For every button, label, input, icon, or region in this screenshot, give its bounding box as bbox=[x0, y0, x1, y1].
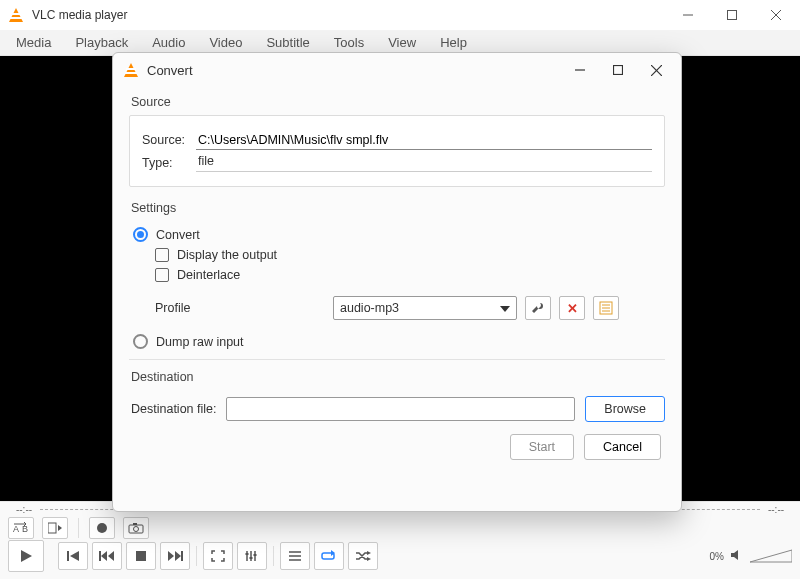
menu-media[interactable]: Media bbox=[4, 31, 63, 54]
dialog-minimize-button[interactable] bbox=[561, 56, 599, 84]
menu-tools[interactable]: Tools bbox=[322, 31, 376, 54]
svg-rect-11 bbox=[133, 523, 137, 525]
destination-label: Destination file: bbox=[131, 402, 216, 416]
volume-percent: 0% bbox=[710, 551, 724, 562]
source-section-label: Source bbox=[129, 87, 665, 115]
playlist-button[interactable] bbox=[280, 542, 310, 570]
svg-marker-7 bbox=[58, 525, 62, 531]
start-button[interactable]: Start bbox=[510, 434, 574, 460]
menu-view[interactable]: View bbox=[376, 31, 428, 54]
svg-rect-15 bbox=[99, 551, 101, 561]
mute-icon[interactable] bbox=[730, 548, 744, 564]
svg-marker-19 bbox=[168, 551, 174, 561]
type-value: file bbox=[196, 154, 652, 172]
svg-marker-34 bbox=[731, 550, 738, 560]
type-label: Type: bbox=[142, 156, 196, 170]
time-elapsed: --:-- bbox=[8, 504, 40, 515]
svg-rect-26 bbox=[250, 557, 253, 559]
svg-rect-37 bbox=[614, 66, 623, 75]
browse-button[interactable]: Browse bbox=[585, 396, 665, 422]
svg-rect-13 bbox=[67, 551, 69, 561]
profile-label: Profile bbox=[155, 301, 325, 315]
svg-marker-12 bbox=[21, 550, 32, 562]
new-profile-button[interactable] bbox=[593, 296, 619, 320]
svg-marker-20 bbox=[175, 551, 181, 561]
svg-marker-35 bbox=[750, 550, 792, 562]
svg-rect-6 bbox=[48, 523, 56, 533]
step-back-button[interactable] bbox=[58, 542, 88, 570]
svg-rect-1 bbox=[728, 11, 737, 20]
dialog-title: Convert bbox=[147, 63, 193, 78]
record-button[interactable] bbox=[89, 517, 115, 539]
destination-section-label: Destination bbox=[129, 362, 665, 390]
dump-radio-label: Dump raw input bbox=[156, 335, 244, 349]
bottom-panel: --:-- --:-- AB 0% bbox=[0, 501, 800, 579]
play-button[interactable] bbox=[8, 540, 44, 572]
vlc-cone-icon bbox=[123, 62, 139, 78]
vlc-cone-icon bbox=[8, 7, 24, 23]
frame-step-button[interactable] bbox=[42, 517, 68, 539]
prev-button[interactable] bbox=[92, 542, 122, 570]
destination-input[interactable] bbox=[226, 397, 575, 421]
menu-audio[interactable]: Audio bbox=[140, 31, 197, 54]
menu-help[interactable]: Help bbox=[428, 31, 479, 54]
time-total: --:-- bbox=[760, 504, 792, 515]
display-output-checkbox[interactable]: Display the output bbox=[155, 248, 665, 262]
stop-button[interactable] bbox=[126, 542, 156, 570]
svg-rect-21 bbox=[181, 551, 183, 561]
svg-marker-16 bbox=[101, 551, 107, 561]
convert-dialog: Convert Source Source: Type: file Settin… bbox=[112, 52, 682, 512]
svg-rect-18 bbox=[136, 551, 146, 561]
settings-section-label: Settings bbox=[129, 193, 665, 221]
app-title: VLC media player bbox=[32, 8, 127, 22]
convert-radio-label: Convert bbox=[156, 228, 200, 242]
svg-marker-17 bbox=[108, 551, 114, 561]
next-button[interactable] bbox=[160, 542, 190, 570]
shuffle-button[interactable] bbox=[348, 542, 378, 570]
display-output-label: Display the output bbox=[177, 248, 277, 262]
source-input[interactable] bbox=[196, 130, 652, 150]
main-maximize-button[interactable] bbox=[710, 0, 754, 30]
source-panel: Source: Type: file bbox=[129, 115, 665, 187]
profile-value: audio-mp3 bbox=[340, 301, 399, 315]
svg-rect-27 bbox=[254, 554, 257, 556]
menu-playback[interactable]: Playback bbox=[63, 31, 140, 54]
cancel-button[interactable]: Cancel bbox=[584, 434, 661, 460]
svg-marker-32 bbox=[367, 551, 371, 555]
svg-marker-33 bbox=[367, 557, 371, 561]
loop-button[interactable] bbox=[314, 542, 344, 570]
svg-point-10 bbox=[134, 527, 139, 532]
dialog-maximize-button[interactable] bbox=[599, 56, 637, 84]
menu-subtitle[interactable]: Subtitle bbox=[254, 31, 321, 54]
deinterlace-checkbox[interactable]: Deinterlace bbox=[155, 268, 665, 282]
ext-settings-button[interactable] bbox=[237, 542, 267, 570]
convert-radio[interactable]: Convert bbox=[133, 227, 665, 242]
main-titlebar: VLC media player bbox=[0, 0, 800, 30]
snapshot-button[interactable] bbox=[123, 517, 149, 539]
svg-rect-25 bbox=[246, 553, 249, 555]
fullscreen-button[interactable] bbox=[203, 542, 233, 570]
svg-text:A: A bbox=[13, 524, 19, 534]
main-close-button[interactable] bbox=[754, 0, 798, 30]
delete-profile-button[interactable]: ✕ bbox=[559, 296, 585, 320]
dump-radio[interactable]: Dump raw input bbox=[133, 334, 665, 349]
chevron-down-icon bbox=[500, 301, 510, 315]
ab-loop-button[interactable]: AB bbox=[8, 517, 34, 539]
dialog-titlebar: Convert bbox=[113, 53, 681, 87]
profile-select[interactable]: audio-mp3 bbox=[333, 296, 517, 320]
svg-marker-40 bbox=[500, 306, 510, 312]
source-label: Source: bbox=[142, 133, 196, 147]
main-minimize-button[interactable] bbox=[666, 0, 710, 30]
edit-profile-button[interactable] bbox=[525, 296, 551, 320]
menu-video[interactable]: Video bbox=[197, 31, 254, 54]
volume-slider[interactable] bbox=[750, 548, 792, 564]
svg-marker-14 bbox=[70, 551, 79, 561]
svg-point-8 bbox=[97, 523, 107, 533]
dialog-close-button[interactable] bbox=[637, 56, 675, 84]
deinterlace-label: Deinterlace bbox=[177, 268, 240, 282]
